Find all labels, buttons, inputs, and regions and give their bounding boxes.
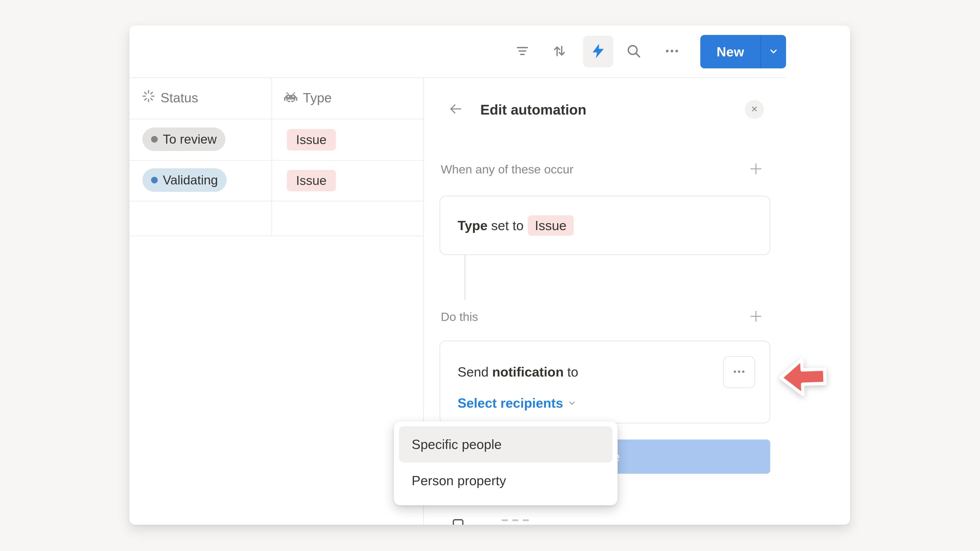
sort-button[interactable]: [551, 43, 568, 60]
page-background: New: [0, 0, 980, 551]
action-more-button[interactable]: [723, 356, 755, 388]
checkbox-icon[interactable]: [453, 519, 463, 525]
close-icon: [750, 105, 759, 114]
flow-connector-line: [465, 255, 466, 300]
app-window: New: [129, 25, 850, 525]
plus-icon: [749, 309, 763, 324]
more-options-button[interactable]: [664, 43, 680, 60]
status-dot: [151, 136, 158, 143]
sort-arrows-icon: [552, 43, 567, 60]
lightning-bolt-icon: [590, 43, 606, 60]
action-card[interactable]: Send notification to Select recipients: [439, 341, 770, 424]
clipped-text-fragment: [512, 519, 518, 521]
column-header-status[interactable]: Status: [142, 85, 198, 110]
column-header-label: Status: [161, 90, 198, 105]
row-divider: [129, 119, 423, 119]
status-spinner-icon: [142, 90, 155, 106]
row-divider: [129, 201, 423, 202]
action-text-emphasis: notification: [492, 364, 563, 380]
search-icon: [626, 43, 641, 60]
action-section-label: Do this: [441, 309, 478, 325]
trigger-section-label: When any of these occur: [441, 161, 573, 178]
filter-button[interactable]: [514, 43, 531, 60]
ellipsis-icon: [732, 364, 746, 380]
status-cell-validating[interactable]: Validating: [142, 168, 227, 192]
clipped-text-fragment: [523, 519, 529, 521]
menu-item-specific-people[interactable]: Specific people: [399, 426, 612, 462]
add-action-button[interactable]: [749, 310, 763, 324]
status-label: Validating: [163, 173, 218, 187]
alien-pixel-icon: [284, 90, 298, 105]
automations-button[interactable]: [583, 36, 613, 67]
back-button[interactable]: [448, 101, 464, 118]
action-text-prefix: Send: [458, 364, 488, 380]
filter-icon: [514, 43, 530, 60]
arrow-left-icon: [449, 102, 463, 118]
type-cell-issue[interactable]: Issue: [287, 170, 336, 191]
status-label: To review: [163, 132, 217, 147]
trigger-value-tag: Issue: [528, 215, 574, 236]
status-dot: [151, 177, 158, 183]
ellipsis-icon: [664, 43, 680, 60]
column-header-label: Type: [303, 90, 332, 105]
row-divider: [129, 235, 423, 236]
add-trigger-button[interactable]: [749, 162, 763, 176]
trigger-property: Type: [458, 218, 488, 233]
status-cell-to-review[interactable]: To review: [142, 127, 225, 151]
annotation-arrow-left-icon: [778, 356, 828, 400]
type-label: Issue: [296, 132, 327, 147]
plus-icon: [749, 162, 763, 177]
menu-item-person-property[interactable]: Person property: [399, 462, 612, 499]
new-button[interactable]: New: [700, 35, 786, 68]
new-dropdown-toggle[interactable]: [761, 35, 786, 68]
new-button-label[interactable]: New: [700, 35, 760, 68]
type-label: Issue: [296, 173, 327, 188]
chevron-down-icon: [566, 398, 577, 408]
column-header-type[interactable]: Type: [284, 85, 332, 110]
clipped-text-fragment: [502, 519, 508, 521]
close-button[interactable]: [745, 100, 764, 119]
search-button[interactable]: [625, 43, 642, 60]
action-text-suffix: to: [567, 364, 578, 380]
chevron-down-icon: [767, 45, 780, 59]
toolbar-divider: [129, 77, 786, 78]
panel-title: Edit automation: [480, 100, 587, 119]
menu-item-label: Specific people: [412, 437, 502, 452]
row-divider: [129, 160, 423, 161]
column-divider: [271, 78, 272, 235]
trigger-connector-text: set to: [491, 218, 524, 233]
select-recipients-link[interactable]: Select recipients: [458, 395, 563, 411]
menu-item-label: Person property: [412, 473, 506, 488]
recipients-dropdown-menu: Specific people Person property: [394, 421, 617, 505]
trigger-card[interactable]: Type set to Issue: [439, 196, 770, 255]
type-cell-issue[interactable]: Issue: [287, 129, 336, 151]
